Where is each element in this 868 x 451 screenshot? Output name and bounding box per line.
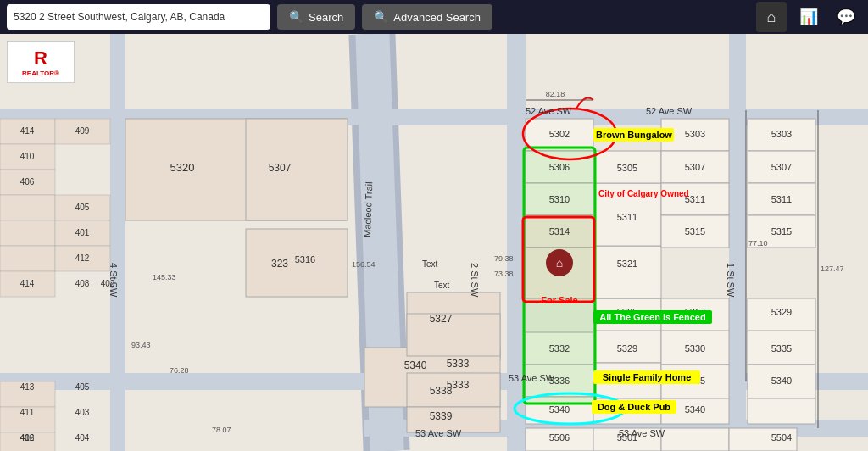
- svg-text:1 St SW: 1 St SW: [726, 263, 736, 298]
- svg-text:5332: 5332: [549, 343, 570, 354]
- svg-text:5306: 5306: [549, 162, 570, 172]
- svg-rect-39: [593, 246, 661, 298]
- svg-text:5310: 5310: [549, 194, 570, 204]
- realtor-logo: R REALTOR®: [7, 41, 75, 83]
- svg-text:⌂: ⌂: [556, 256, 563, 270]
- svg-text:5316: 5316: [295, 254, 315, 264]
- svg-text:5307: 5307: [771, 162, 792, 172]
- svg-text:5315: 5315: [685, 226, 705, 237]
- svg-text:402: 402: [101, 279, 115, 288]
- svg-text:5504: 5504: [771, 432, 792, 443]
- svg-text:2 St SW: 2 St SW: [470, 263, 480, 298]
- svg-text:5340: 5340: [771, 376, 792, 386]
- home-nav-button[interactable]: ⌂: [756, 2, 787, 32]
- svg-text:403: 403: [75, 408, 90, 417]
- svg-text:Dog & Duck Pub: Dog & Duck Pub: [598, 402, 670, 412]
- svg-text:5329: 5329: [617, 343, 637, 354]
- svg-text:5307: 5307: [269, 162, 292, 174]
- svg-text:401: 401: [75, 228, 90, 237]
- svg-text:405: 405: [75, 203, 90, 212]
- advanced-search-label: Advanced Search: [393, 11, 481, 24]
- svg-text:5320: 5320: [170, 161, 195, 174]
- svg-text:5340: 5340: [549, 404, 570, 415]
- svg-text:53 Ave SW: 53 Ave SW: [415, 428, 462, 438]
- svg-text:406: 406: [20, 177, 35, 187]
- svg-text:Brown Bungalow: Brown Bungalow: [596, 130, 672, 140]
- svg-text:78.07: 78.07: [212, 426, 231, 434]
- svg-text:5340: 5340: [685, 404, 705, 415]
- svg-text:Single Family Home: Single Family Home: [603, 372, 692, 382]
- svg-text:Macleod Trail: Macleod Trail: [362, 181, 374, 237]
- chat-icon: 💬: [837, 8, 855, 26]
- svg-text:5311: 5311: [617, 212, 637, 222]
- svg-text:73.38: 73.38: [494, 270, 514, 278]
- svg-text:323: 323: [271, 258, 288, 270]
- search-button[interactable]: 🔍 Search: [277, 4, 355, 30]
- svg-rect-17: [0, 220, 55, 246]
- svg-text:145.33: 145.33: [153, 273, 176, 281]
- svg-text:5303: 5303: [685, 129, 705, 139]
- svg-text:5311: 5311: [771, 194, 792, 204]
- svg-text:413: 413: [20, 382, 35, 392]
- svg-text:City of Calgary Owned: City of Calgary Owned: [598, 189, 689, 198]
- svg-text:52 Ave SW: 52 Ave SW: [526, 106, 572, 116]
- svg-text:77.10: 77.10: [748, 239, 768, 248]
- svg-text:76.28: 76.28: [170, 366, 189, 375]
- svg-text:411: 411: [20, 408, 35, 417]
- svg-text:5330: 5330: [685, 343, 705, 354]
- svg-text:5501: 5501: [617, 432, 637, 443]
- search-input-value: 5320 2 Street Southwest, Calgary, AB, Ca…: [14, 11, 225, 23]
- map-svg: 82.18 77.10 127.47 52 Ave SW 52 Ave SW 5…: [0, 34, 868, 451]
- svg-text:5305: 5305: [617, 163, 637, 173]
- svg-text:5333: 5333: [447, 358, 470, 370]
- advanced-search-button[interactable]: 🔍 Advanced Search: [362, 4, 492, 30]
- home-icon: ⌂: [767, 8, 776, 26]
- svg-text:53 Ave SW: 53 Ave SW: [509, 373, 555, 383]
- realtor-text: REALTOR®: [22, 70, 59, 77]
- svg-rect-16: [0, 195, 55, 220]
- svg-text:All The Green is Fenced: All The Green is Fenced: [599, 312, 705, 322]
- advanced-search-icon: 🔍: [374, 10, 388, 24]
- svg-text:404: 404: [75, 433, 90, 443]
- svg-rect-18: [0, 246, 55, 271]
- svg-text:414: 414: [20, 279, 35, 288]
- svg-text:406: 406: [20, 433, 35, 443]
- search-input[interactable]: 5320 2 Street Southwest, Calgary, AB, Ca…: [7, 4, 270, 30]
- svg-text:93.43: 93.43: [131, 341, 151, 349]
- svg-text:5329: 5329: [771, 307, 792, 317]
- svg-text:408: 408: [75, 279, 90, 288]
- svg-text:5340: 5340: [404, 359, 427, 371]
- svg-text:5303: 5303: [771, 129, 792, 139]
- svg-text:5336: 5336: [549, 376, 570, 386]
- svg-text:52 Ave SW: 52 Ave SW: [646, 106, 693, 116]
- chart-nav-button[interactable]: 📊: [793, 2, 824, 32]
- svg-text:5321: 5321: [617, 259, 637, 269]
- svg-rect-57: [748, 398, 815, 424]
- svg-rect-68: [407, 314, 500, 356]
- svg-text:Text: Text: [434, 281, 450, 290]
- search-icon: 🔍: [289, 10, 303, 24]
- svg-text:For Sale: For Sale: [541, 295, 577, 305]
- svg-text:Text: Text: [422, 259, 438, 269]
- svg-text:127.47: 127.47: [821, 264, 844, 273]
- svg-text:414: 414: [20, 126, 35, 136]
- svg-text:412: 412: [75, 253, 90, 263]
- svg-text:5327: 5327: [430, 313, 453, 325]
- chat-nav-button[interactable]: 💬: [831, 2, 861, 32]
- svg-text:156.54: 156.54: [352, 260, 376, 269]
- svg-text:5302: 5302: [549, 129, 570, 139]
- chart-icon: 📊: [799, 8, 818, 26]
- map-area[interactable]: 82.18 77.10 127.47 52 Ave SW 52 Ave SW 5…: [0, 34, 868, 451]
- svg-text:5338: 5338: [430, 385, 453, 397]
- svg-text:409: 409: [75, 126, 90, 136]
- svg-text:79.38: 79.38: [494, 254, 514, 263]
- svg-text:5339: 5339: [430, 410, 453, 422]
- svg-rect-60: [661, 428, 729, 451]
- svg-text:5335: 5335: [771, 343, 792, 354]
- svg-text:5506: 5506: [549, 432, 570, 443]
- svg-text:82.18: 82.18: [546, 90, 565, 98]
- header-bar: 5320 2 Street Southwest, Calgary, AB, Ca…: [0, 0, 868, 34]
- svg-text:5314: 5314: [549, 226, 570, 237]
- svg-text:5307: 5307: [685, 162, 705, 172]
- search-button-label: Search: [309, 11, 343, 24]
